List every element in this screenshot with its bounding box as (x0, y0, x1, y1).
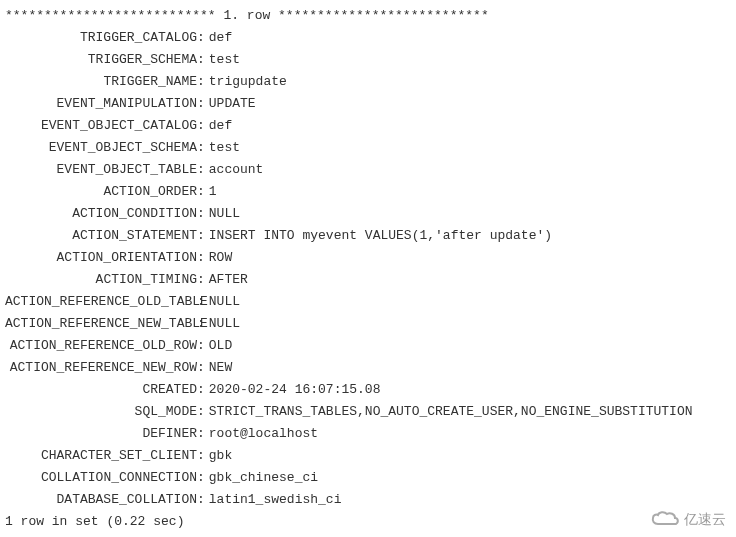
field-value: 1 (205, 181, 217, 203)
field-row: ACTION_TIMING:AFTER (5, 269, 731, 291)
field-label: ACTION_ORIENTATION (5, 247, 197, 269)
field-colon: : (197, 269, 205, 291)
field-value: def (205, 115, 232, 137)
field-value: gbk_chinese_ci (205, 467, 318, 489)
field-colon: : (197, 357, 205, 379)
field-row: ACTION_REFERENCE_NEW_ROW:NEW (5, 357, 731, 379)
field-value: UPDATE (205, 93, 256, 115)
cloud-icon (650, 510, 680, 528)
field-colon: : (197, 423, 205, 445)
field-value: NEW (205, 357, 232, 379)
field-colon: : (197, 313, 205, 335)
field-label: ACTION_STATEMENT (5, 225, 197, 247)
field-row: ACTION_ORIENTATION:ROW (5, 247, 731, 269)
field-row: EVENT_MANIPULATION:UPDATE (5, 93, 731, 115)
result-footer: 1 row in set (0.22 sec) (5, 511, 731, 533)
field-row: ACTION_REFERENCE_OLD_TABLE:NULL (5, 291, 731, 313)
field-value: NULL (205, 291, 240, 313)
field-value: trigupdate (205, 71, 287, 93)
field-label: ACTION_TIMING (5, 269, 197, 291)
field-label: TRIGGER_SCHEMA (5, 49, 197, 71)
field-label: ACTION_REFERENCE_NEW_ROW (5, 357, 197, 379)
field-label: EVENT_MANIPULATION (5, 93, 197, 115)
field-label: DEFINER (5, 423, 197, 445)
field-row: DEFINER:root@localhost (5, 423, 731, 445)
fields-container: TRIGGER_CATALOG:defTRIGGER_SCHEMA:testTR… (5, 27, 731, 511)
field-label: ACTION_REFERENCE_NEW_TABLE (5, 313, 197, 335)
field-label: ACTION_ORDER (5, 181, 197, 203)
field-colon: : (197, 247, 205, 269)
field-row: ACTION_REFERENCE_OLD_ROW:OLD (5, 335, 731, 357)
field-colon: : (197, 291, 205, 313)
field-colon: : (197, 137, 205, 159)
watermark-text: 亿速云 (684, 508, 726, 530)
field-colon: : (197, 467, 205, 489)
field-row: CREATED:2020-02-24 16:07:15.08 (5, 379, 731, 401)
field-value: 2020-02-24 16:07:15.08 (205, 379, 381, 401)
field-value: test (205, 137, 240, 159)
field-row: ACTION_REFERENCE_NEW_TABLE:NULL (5, 313, 731, 335)
field-colon: : (197, 115, 205, 137)
field-label: TRIGGER_NAME (5, 71, 197, 93)
field-label: ACTION_REFERENCE_OLD_ROW (5, 335, 197, 357)
field-row: ACTION_CONDITION:NULL (5, 203, 731, 225)
field-label: EVENT_OBJECT_TABLE (5, 159, 197, 181)
field-colon: : (197, 489, 205, 511)
field-row: COLLATION_CONNECTION:gbk_chinese_ci (5, 467, 731, 489)
field-colon: : (197, 225, 205, 247)
field-value: test (205, 49, 240, 71)
field-label: COLLATION_CONNECTION (5, 467, 197, 489)
field-row: EVENT_OBJECT_TABLE:account (5, 159, 731, 181)
field-colon: : (197, 181, 205, 203)
field-value: def (205, 27, 232, 49)
field-label: CREATED (5, 379, 197, 401)
field-row: TRIGGER_CATALOG:def (5, 27, 731, 49)
field-label: TRIGGER_CATALOG (5, 27, 197, 49)
field-colon: : (197, 71, 205, 93)
field-value: OLD (205, 335, 232, 357)
field-colon: : (197, 445, 205, 467)
field-label: EVENT_OBJECT_SCHEMA (5, 137, 197, 159)
field-row: EVENT_OBJECT_CATALOG:def (5, 115, 731, 137)
field-row: ACTION_ORDER:1 (5, 181, 731, 203)
field-colon: : (197, 93, 205, 115)
field-colon: : (197, 203, 205, 225)
field-value: STRICT_TRANS_TABLES,NO_AUTO_CREATE_USER,… (205, 401, 693, 423)
field-colon: : (197, 49, 205, 71)
field-label: SQL_MODE (5, 401, 197, 423)
field-colon: : (197, 335, 205, 357)
field-colon: : (197, 401, 205, 423)
field-row: TRIGGER_SCHEMA:test (5, 49, 731, 71)
field-value: NULL (205, 313, 240, 335)
watermark: 亿速云 (650, 508, 726, 530)
field-value: gbk (205, 445, 232, 467)
field-row: ACTION_STATEMENT:INSERT INTO myevent VAL… (5, 225, 731, 247)
field-row: DATABASE_COLLATION:latin1_swedish_ci (5, 489, 731, 511)
field-label: EVENT_OBJECT_CATALOG (5, 115, 197, 137)
field-value: account (205, 159, 264, 181)
field-value: AFTER (205, 269, 248, 291)
field-value: ROW (205, 247, 232, 269)
field-value: INSERT INTO myevent VALUES(1,'after upda… (205, 225, 552, 247)
field-label: ACTION_REFERENCE_OLD_TABLE (5, 291, 197, 313)
field-row: EVENT_OBJECT_SCHEMA:test (5, 137, 731, 159)
field-value: NULL (205, 203, 240, 225)
field-row: TRIGGER_NAME:trigupdate (5, 71, 731, 93)
field-colon: : (197, 379, 205, 401)
field-row: CHARACTER_SET_CLIENT:gbk (5, 445, 731, 467)
field-row: SQL_MODE:STRICT_TRANS_TABLES,NO_AUTO_CRE… (5, 401, 731, 423)
field-label: CHARACTER_SET_CLIENT (5, 445, 197, 467)
field-value: latin1_swedish_ci (205, 489, 342, 511)
field-label: ACTION_CONDITION (5, 203, 197, 225)
field-colon: : (197, 27, 205, 49)
field-colon: : (197, 159, 205, 181)
field-label: DATABASE_COLLATION (5, 489, 197, 511)
field-value: root@localhost (205, 423, 318, 445)
row-separator: *************************** 1. row *****… (5, 5, 731, 27)
